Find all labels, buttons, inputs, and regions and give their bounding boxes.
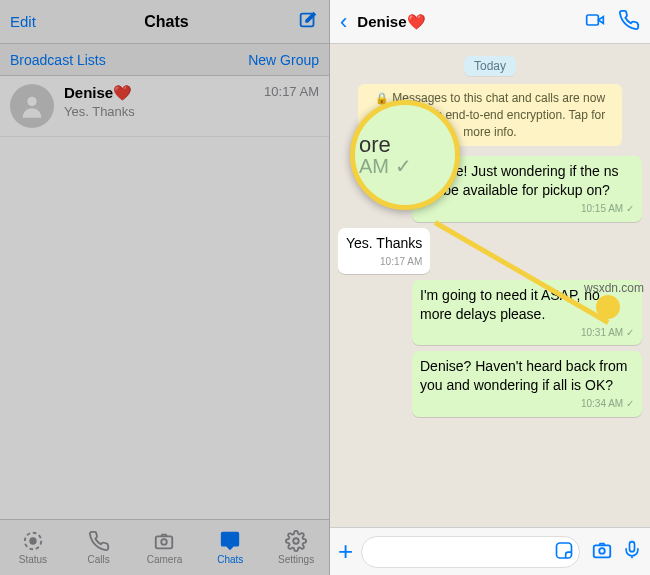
tab-chats[interactable]: Chats xyxy=(197,520,263,575)
broadcast-lists-link[interactable]: Broadcast Lists xyxy=(10,52,106,68)
conversation-header: ‹ Denise❤️ xyxy=(330,0,650,44)
message-in[interactable]: Yes. Thanks 10:17 AM xyxy=(338,228,430,274)
svg-rect-4 xyxy=(156,536,173,548)
tab-bar: Status Calls Camera Chats Settings xyxy=(0,519,329,575)
magnifier-text-bottom: AM ✓ xyxy=(359,155,412,177)
svg-point-5 xyxy=(162,539,168,545)
message-meta: 10:15 AM ✓ xyxy=(420,202,634,216)
chat-list: Denise❤️ 10:17 AM Yes. Thanks xyxy=(0,76,329,519)
input-bar: + xyxy=(330,527,650,575)
svg-rect-11 xyxy=(630,542,635,552)
svg-point-10 xyxy=(599,548,605,554)
avatar xyxy=(10,84,54,128)
annotation-dot xyxy=(596,295,620,319)
message-meta: 10:34 AM ✓ xyxy=(420,397,634,411)
message-meta: 10:31 AM ✓ xyxy=(420,326,634,340)
svg-rect-7 xyxy=(587,15,599,25)
tab-settings-label: Settings xyxy=(278,554,314,565)
date-separator: Today xyxy=(464,56,516,76)
sticker-icon[interactable] xyxy=(554,540,574,563)
chats-subheader: Broadcast Lists New Group xyxy=(0,44,329,76)
watermark: wsxdn.com xyxy=(584,281,644,295)
chat-row[interactable]: Denise❤️ 10:17 AM Yes. Thanks xyxy=(0,76,329,137)
chat-time: 10:17 AM xyxy=(264,84,319,102)
svg-point-3 xyxy=(30,538,36,544)
tab-camera-label: Camera xyxy=(147,554,183,565)
annotation-magnifier: ore AM ✓ xyxy=(350,100,460,210)
voice-call-icon[interactable] xyxy=(618,9,640,34)
svg-point-1 xyxy=(27,97,36,106)
magnifier-text-top: ore xyxy=(359,134,455,156)
tab-calls[interactable]: Calls xyxy=(66,520,132,575)
message-text: Yes. Thanks xyxy=(346,235,422,251)
check-icon: ✓ xyxy=(626,203,634,214)
tab-calls-label: Calls xyxy=(88,554,110,565)
back-icon[interactable]: ‹ xyxy=(340,9,347,35)
chat-name: Denise❤️ xyxy=(64,84,132,102)
chat-snippet: Yes. Thanks xyxy=(64,104,319,119)
camera-icon[interactable] xyxy=(590,539,614,564)
new-group-link[interactable]: New Group xyxy=(248,52,319,68)
tab-camera[interactable]: Camera xyxy=(132,520,198,575)
chats-title: Chats xyxy=(144,13,188,31)
tab-status-label: Status xyxy=(19,554,47,565)
tab-settings[interactable]: Settings xyxy=(263,520,329,575)
message-out[interactable]: Denise? Haven't heard back from you and … xyxy=(412,351,642,416)
message-input[interactable] xyxy=(361,536,580,568)
message-text: Denise? Haven't heard back from you and … xyxy=(420,358,627,393)
svg-point-6 xyxy=(293,538,299,544)
mic-icon[interactable] xyxy=(622,538,642,565)
chats-header: Edit Chats xyxy=(0,0,329,44)
edit-button[interactable]: Edit xyxy=(10,13,36,30)
message-meta: 10:17 AM xyxy=(346,255,422,269)
compose-icon[interactable] xyxy=(297,9,319,34)
tab-status[interactable]: Status xyxy=(0,520,66,575)
tab-chats-label: Chats xyxy=(217,554,243,565)
check-icon: ✓ xyxy=(626,327,634,338)
attach-icon[interactable]: + xyxy=(338,536,353,567)
svg-rect-8 xyxy=(557,543,572,558)
contact-name[interactable]: Denise❤️ xyxy=(357,13,572,31)
check-icon: ✓ xyxy=(626,398,634,409)
svg-rect-9 xyxy=(594,545,611,557)
chats-pane: Edit Chats Broadcast Lists New Group Den… xyxy=(0,0,330,575)
video-call-icon[interactable] xyxy=(582,10,608,33)
